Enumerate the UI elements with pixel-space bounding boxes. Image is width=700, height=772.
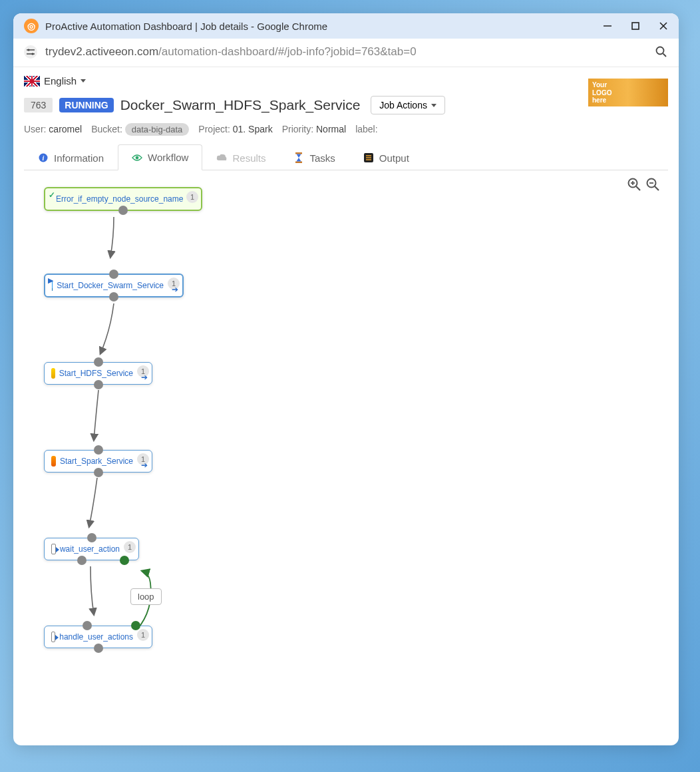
- url-path: /automation-dashboard/#/job-info?jobid=7…: [158, 45, 417, 58]
- svg-line-9: [663, 54, 667, 57]
- port-icon: [87, 533, 96, 542]
- loop-label: loop: [130, 588, 162, 605]
- address-bar: trydev2.activeeon.com/automation-dashboa…: [13, 39, 679, 67]
- task-node-start-spark[interactable]: Start_Spark_Service 1 ➔: [44, 450, 152, 473]
- job-title: Docker_Swarm_HDFS_Spark_Service: [120, 97, 361, 113]
- search-icon[interactable]: [655, 45, 668, 59]
- task-node-error-if-empty[interactable]: ✓ Error_if_empty_node_source_name 1: [44, 187, 202, 211]
- meta-label: User:: [24, 124, 46, 134]
- terminal-icon: [363, 152, 374, 163]
- task-node-start-hdfs[interactable]: Start_HDFS_Service 1 ➔: [44, 362, 152, 385]
- task-label: Start_HDFS_Service: [59, 369, 133, 378]
- task-count: 1: [186, 191, 198, 203]
- status-badge: RUNNING: [59, 98, 113, 112]
- hourglass-icon: [293, 152, 304, 163]
- tab-label: Information: [54, 152, 104, 164]
- zoom-out-icon[interactable]: [645, 177, 660, 192]
- task-label: Error_if_empty_node_source_name: [56, 194, 183, 204]
- document-icon: [51, 544, 56, 554]
- zoom-in-icon[interactable]: [627, 177, 641, 192]
- task-label: Start_Docker_Swarm_Service: [57, 281, 164, 290]
- hadoop-icon: [51, 368, 55, 379]
- maximize-icon[interactable]: [631, 21, 640, 31]
- svg-rect-1: [632, 23, 639, 29]
- arrow-right-icon: ➔: [141, 373, 148, 382]
- port-icon: [109, 292, 118, 301]
- svg-text:i: i: [43, 154, 45, 162]
- arrow-right-icon: ➔: [141, 461, 148, 470]
- task-label: Start_Spark_Service: [60, 457, 133, 466]
- document-icon: [51, 632, 55, 642]
- page-content: English 763 RUNNING Docker_Swarm_HDFS_Sp…: [13, 67, 679, 745]
- bucket-badge: data-big-data: [125, 123, 190, 136]
- logo-placeholder: Your LOGO here: [588, 79, 668, 106]
- task-label: handle_user_actions: [59, 632, 133, 642]
- window-controls: [603, 21, 668, 31]
- svg-rect-13: [295, 152, 302, 154]
- meta-label: Project:: [198, 124, 230, 134]
- task-node-start-docker-swarm[interactable]: ▶ Start_Docker_Swarm_Service 1 ➔: [44, 274, 184, 297]
- url-host: trydev2.activeeon.com: [45, 45, 158, 58]
- job-id-badge: 763: [24, 98, 53, 112]
- close-icon[interactable]: [659, 21, 668, 31]
- task-node-wait-user-action[interactable]: wait_user_action 1: [44, 538, 139, 560]
- logo-line: Your: [592, 81, 664, 89]
- port-icon: [94, 357, 103, 367]
- url-display[interactable]: trydev2.activeeon.com/automation-dashboa…: [45, 45, 647, 59]
- chevron-down-icon: [81, 79, 86, 83]
- arrow-right-icon: ➔: [172, 285, 178, 294]
- task-count: 1: [137, 629, 149, 641]
- site-settings-icon[interactable]: [24, 45, 37, 59]
- port-icon: [83, 621, 92, 630]
- tabs: i Information Workflow Results: [24, 144, 668, 170]
- tab-workflow[interactable]: Workflow: [118, 144, 202, 170]
- meta-project: 01. Spark: [233, 124, 273, 134]
- port-icon: [120, 556, 129, 565]
- port-icon: [77, 556, 87, 565]
- play-icon: ▶: [48, 276, 53, 285]
- chevron-down-icon: [431, 104, 437, 107]
- port-icon: [131, 621, 140, 630]
- svg-point-8: [657, 47, 664, 55]
- job-metadata: User: caromel Bucket: data-big-data Proj…: [24, 124, 668, 134]
- task-node-handle-user-actions[interactable]: handle_user_actions 1: [44, 626, 152, 648]
- logo-line: LOGO: [592, 89, 664, 97]
- titlebar: ◎ ProActive Automation Dashboard | Job d…: [13, 13, 679, 39]
- meta-label: Priority:: [282, 124, 313, 134]
- tab-label: Tasks: [309, 152, 335, 164]
- port-icon: [109, 270, 118, 279]
- port-icon: [94, 644, 103, 653]
- tab-tasks[interactable]: Tasks: [279, 144, 349, 170]
- svg-line-24: [655, 186, 659, 190]
- svg-rect-14: [295, 162, 302, 164]
- language-selector[interactable]: English: [24, 75, 668, 87]
- meta-user: caromel: [49, 124, 82, 134]
- job-actions-label: Job Actions: [379, 100, 427, 110]
- task-count: 1: [124, 541, 136, 553]
- meta-priority: Normal: [316, 124, 346, 134]
- task-label: wait_user_action: [60, 544, 120, 554]
- tab-results[interactable]: Results: [202, 144, 279, 170]
- workflow-canvas[interactable]: ✓ Error_if_empty_node_source_name 1 ▶ St…: [24, 170, 668, 737]
- tab-label: Workflow: [148, 152, 188, 163]
- tab-output[interactable]: Output: [349, 144, 423, 170]
- language-label: English: [44, 75, 77, 87]
- eye-icon: [132, 152, 142, 163]
- browser-window: ◎ ProActive Automation Dashboard | Job d…: [13, 13, 679, 745]
- tab-label: Output: [379, 152, 409, 164]
- minimize-icon[interactable]: [603, 21, 612, 31]
- meta-label: Bucket:: [91, 124, 122, 134]
- meta-label: label:: [355, 124, 377, 134]
- port-icon: [94, 468, 103, 477]
- spark-icon: [51, 456, 56, 467]
- svg-line-20: [636, 186, 640, 190]
- info-icon: i: [38, 152, 49, 163]
- tab-information[interactable]: i Information: [24, 144, 118, 170]
- cloud-icon: [216, 152, 227, 163]
- flag-icon: [24, 76, 40, 87]
- zoom-controls: [627, 177, 660, 192]
- logo-line: here: [592, 96, 664, 104]
- job-actions-button[interactable]: Job Actions: [371, 96, 445, 114]
- app-icon: ◎: [24, 19, 39, 33]
- job-header: 763 RUNNING Docker_Swarm_HDFS_Spark_Serv…: [24, 96, 668, 114]
